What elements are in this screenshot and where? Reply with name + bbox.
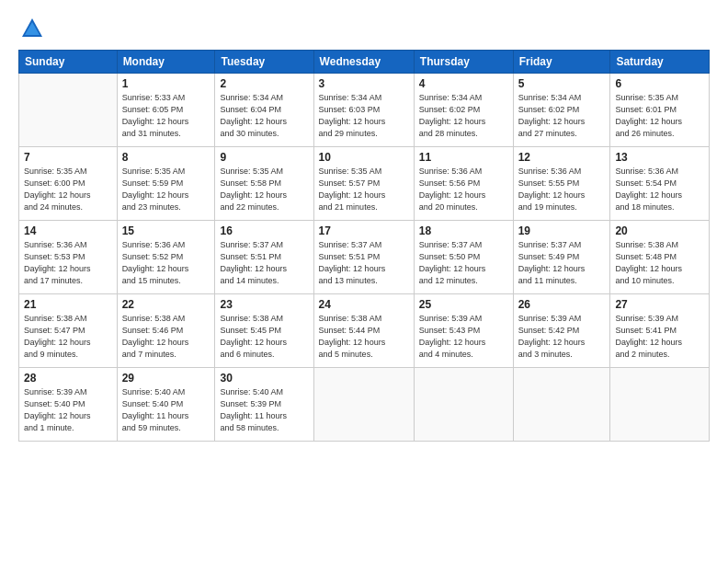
weekday-header-friday: Friday [513, 51, 610, 74]
logo-icon [20, 17, 44, 40]
day-number: 20 [615, 224, 704, 237]
day-number: 17 [319, 224, 409, 237]
calendar-cell: 18Sunrise: 5:37 AM Sunset: 5:50 PM Dayli… [414, 221, 513, 294]
day-number: 27 [615, 298, 704, 311]
day-info: Sunrise: 5:35 AM Sunset: 6:00 PM Dayligh… [24, 166, 112, 213]
day-info: Sunrise: 5:40 AM Sunset: 5:40 PM Dayligh… [122, 386, 210, 434]
calendar-cell: 25Sunrise: 5:39 AM Sunset: 5:43 PM Dayli… [414, 294, 513, 368]
day-number: 13 [615, 151, 704, 164]
day-info: Sunrise: 5:36 AM Sunset: 5:53 PM Dayligh… [24, 239, 112, 287]
day-number: 1 [122, 77, 210, 90]
day-number: 16 [220, 224, 308, 237]
day-info: Sunrise: 5:37 AM Sunset: 5:51 PM Dayligh… [319, 239, 409, 287]
weekday-header-thursday: Thursday [414, 51, 513, 74]
day-number: 19 [518, 224, 606, 237]
weekday-header-monday: Monday [117, 51, 215, 74]
day-number: 5 [518, 77, 606, 90]
day-info: Sunrise: 5:40 AM Sunset: 5:39 PM Dayligh… [220, 386, 308, 434]
day-info: Sunrise: 5:38 AM Sunset: 5:48 PM Dayligh… [615, 239, 704, 287]
day-info: Sunrise: 5:34 AM Sunset: 6:04 PM Dayligh… [220, 92, 308, 140]
calendar-cell: 3Sunrise: 5:34 AM Sunset: 6:03 PM Daylig… [313, 74, 414, 147]
weekday-header-row: SundayMondayTuesdayWednesdayThursdayFrid… [19, 51, 710, 74]
calendar-cell: 8Sunrise: 5:35 AM Sunset: 5:59 PM Daylig… [117, 147, 215, 221]
calendar-cell: 17Sunrise: 5:37 AM Sunset: 5:51 PM Dayli… [313, 221, 414, 294]
calendar-cell: 26Sunrise: 5:39 AM Sunset: 5:42 PM Dayli… [513, 294, 610, 368]
day-number: 11 [419, 151, 508, 164]
day-number: 8 [122, 151, 210, 164]
week-row-4: 21Sunrise: 5:38 AM Sunset: 5:47 PM Dayli… [19, 294, 710, 368]
calendar-cell: 11Sunrise: 5:36 AM Sunset: 5:56 PM Dayli… [414, 147, 513, 221]
day-number: 15 [122, 224, 210, 237]
calendar-cell: 9Sunrise: 5:35 AM Sunset: 5:58 PM Daylig… [215, 147, 313, 221]
day-info: Sunrise: 5:36 AM Sunset: 5:56 PM Dayligh… [419, 166, 508, 213]
calendar-cell: 2Sunrise: 5:34 AM Sunset: 6:04 PM Daylig… [215, 74, 313, 147]
weekday-header-sunday: Sunday [19, 51, 118, 74]
calendar-cell: 22Sunrise: 5:38 AM Sunset: 5:46 PM Dayli… [117, 294, 215, 368]
calendar-cell: 1Sunrise: 5:33 AM Sunset: 6:05 PM Daylig… [117, 74, 215, 147]
day-info: Sunrise: 5:36 AM Sunset: 5:54 PM Dayligh… [615, 166, 704, 213]
day-info: Sunrise: 5:39 AM Sunset: 5:41 PM Dayligh… [615, 313, 704, 361]
day-number: 28 [24, 372, 112, 385]
week-row-5: 28Sunrise: 5:39 AM Sunset: 5:40 PM Dayli… [19, 368, 710, 442]
header [18, 17, 710, 40]
calendar-cell: 13Sunrise: 5:36 AM Sunset: 5:54 PM Dayli… [610, 147, 710, 221]
day-number: 21 [24, 298, 112, 311]
calendar-cell [513, 368, 610, 442]
page: SundayMondayTuesdayWednesdayThursdayFrid… [0, 0, 728, 563]
day-number: 24 [319, 298, 409, 311]
week-row-1: 1Sunrise: 5:33 AM Sunset: 6:05 PM Daylig… [19, 74, 710, 147]
day-number: 12 [518, 151, 606, 164]
day-number: 22 [122, 298, 210, 311]
day-number: 7 [24, 151, 112, 164]
day-info: Sunrise: 5:37 AM Sunset: 5:49 PM Dayligh… [518, 239, 606, 287]
calendar-cell: 5Sunrise: 5:34 AM Sunset: 6:02 PM Daylig… [513, 74, 610, 147]
weekday-header-tuesday: Tuesday [215, 51, 313, 74]
calendar-cell: 29Sunrise: 5:40 AM Sunset: 5:40 PM Dayli… [117, 368, 215, 442]
day-number: 14 [24, 224, 112, 237]
day-info: Sunrise: 5:36 AM Sunset: 5:52 PM Dayligh… [122, 239, 210, 287]
day-info: Sunrise: 5:38 AM Sunset: 5:44 PM Dayligh… [319, 313, 409, 361]
day-info: Sunrise: 5:39 AM Sunset: 5:42 PM Dayligh… [518, 313, 606, 361]
day-number: 10 [319, 151, 409, 164]
calendar-cell: 27Sunrise: 5:39 AM Sunset: 5:41 PM Dayli… [610, 294, 710, 368]
calendar-cell: 19Sunrise: 5:37 AM Sunset: 5:49 PM Dayli… [513, 221, 610, 294]
logo [18, 17, 44, 40]
day-info: Sunrise: 5:36 AM Sunset: 5:55 PM Dayligh… [518, 166, 606, 213]
day-info: Sunrise: 5:34 AM Sunset: 6:02 PM Dayligh… [419, 92, 508, 140]
day-number: 26 [518, 298, 606, 311]
day-info: Sunrise: 5:37 AM Sunset: 5:51 PM Dayligh… [220, 239, 308, 287]
day-info: Sunrise: 5:35 AM Sunset: 5:57 PM Dayligh… [319, 166, 409, 213]
day-info: Sunrise: 5:33 AM Sunset: 6:05 PM Dayligh… [122, 92, 210, 140]
calendar-cell [19, 74, 118, 147]
weekday-header-saturday: Saturday [610, 51, 710, 74]
day-info: Sunrise: 5:35 AM Sunset: 6:01 PM Dayligh… [615, 92, 704, 140]
day-info: Sunrise: 5:34 AM Sunset: 6:02 PM Dayligh… [518, 92, 606, 140]
calendar-cell: 24Sunrise: 5:38 AM Sunset: 5:44 PM Dayli… [313, 294, 414, 368]
calendar-cell [313, 368, 414, 442]
calendar-cell: 28Sunrise: 5:39 AM Sunset: 5:40 PM Dayli… [19, 368, 118, 442]
calendar-cell: 7Sunrise: 5:35 AM Sunset: 6:00 PM Daylig… [19, 147, 118, 221]
day-number: 23 [220, 298, 308, 311]
day-info: Sunrise: 5:39 AM Sunset: 5:40 PM Dayligh… [24, 386, 112, 434]
day-info: Sunrise: 5:38 AM Sunset: 5:47 PM Dayligh… [24, 313, 112, 361]
calendar-cell: 14Sunrise: 5:36 AM Sunset: 5:53 PM Dayli… [19, 221, 118, 294]
calendar-cell: 12Sunrise: 5:36 AM Sunset: 5:55 PM Dayli… [513, 147, 610, 221]
day-number: 18 [419, 224, 508, 237]
day-info: Sunrise: 5:38 AM Sunset: 5:46 PM Dayligh… [122, 313, 210, 361]
day-number: 9 [220, 151, 308, 164]
calendar-cell: 15Sunrise: 5:36 AM Sunset: 5:52 PM Dayli… [117, 221, 215, 294]
day-number: 29 [122, 372, 210, 385]
calendar-cell: 20Sunrise: 5:38 AM Sunset: 5:48 PM Dayli… [610, 221, 710, 294]
calendar-cell [414, 368, 513, 442]
day-info: Sunrise: 5:37 AM Sunset: 5:50 PM Dayligh… [419, 239, 508, 287]
day-info: Sunrise: 5:38 AM Sunset: 5:45 PM Dayligh… [220, 313, 308, 361]
day-number: 25 [419, 298, 508, 311]
day-info: Sunrise: 5:39 AM Sunset: 5:43 PM Dayligh… [419, 313, 508, 361]
calendar-cell: 6Sunrise: 5:35 AM Sunset: 6:01 PM Daylig… [610, 74, 710, 147]
day-info: Sunrise: 5:35 AM Sunset: 5:58 PM Dayligh… [220, 166, 308, 213]
week-row-3: 14Sunrise: 5:36 AM Sunset: 5:53 PM Dayli… [19, 221, 710, 294]
day-info: Sunrise: 5:34 AM Sunset: 6:03 PM Dayligh… [319, 92, 409, 140]
calendar-cell: 21Sunrise: 5:38 AM Sunset: 5:47 PM Dayli… [19, 294, 118, 368]
calendar-cell: 16Sunrise: 5:37 AM Sunset: 5:51 PM Dayli… [215, 221, 313, 294]
day-info: Sunrise: 5:35 AM Sunset: 5:59 PM Dayligh… [122, 166, 210, 213]
